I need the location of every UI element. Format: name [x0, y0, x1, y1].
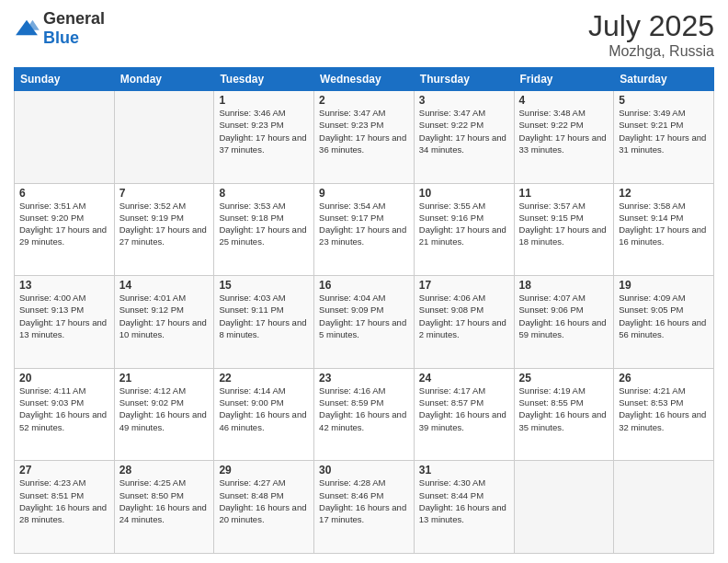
logo-general: General: [43, 9, 105, 28]
calendar: SundayMondayTuesdayWednesdayThursdayFrid…: [14, 67, 714, 554]
calendar-cell: 18Sunrise: 4:07 AM Sunset: 9:06 PM Dayli…: [514, 276, 614, 369]
day-number: 18: [519, 279, 609, 292]
day-number: 13: [19, 279, 109, 292]
calendar-cell: 10Sunrise: 3:55 AM Sunset: 9:16 PM Dayli…: [414, 183, 514, 276]
day-number: 30: [319, 464, 409, 477]
day-info: Sunrise: 4:00 AM Sunset: 9:13 PM Dayligh…: [19, 292, 109, 340]
calendar-cell: 21Sunrise: 4:12 AM Sunset: 9:02 PM Dayli…: [114, 368, 214, 461]
calendar-cell: 12Sunrise: 3:58 AM Sunset: 9:14 PM Dayli…: [614, 183, 714, 276]
calendar-cell: 16Sunrise: 4:04 AM Sunset: 9:09 PM Dayli…: [314, 276, 415, 369]
calendar-week-row: 20Sunrise: 4:11 AM Sunset: 9:03 PM Dayli…: [15, 368, 714, 461]
logo-icon: [14, 18, 40, 39]
month-year: July 2025: [588, 9, 714, 43]
day-info: Sunrise: 3:48 AM Sunset: 9:22 PM Dayligh…: [519, 107, 609, 155]
day-number: 24: [419, 372, 509, 385]
day-number: 31: [419, 464, 509, 477]
calendar-cell: 4Sunrise: 3:48 AM Sunset: 9:22 PM Daylig…: [514, 91, 614, 184]
day-info: Sunrise: 3:58 AM Sunset: 9:14 PM Dayligh…: [619, 200, 709, 248]
calendar-cell: [514, 461, 614, 554]
day-of-week-header: Thursday: [414, 68, 514, 91]
calendar-week-row: 13Sunrise: 4:00 AM Sunset: 9:13 PM Dayli…: [15, 276, 714, 369]
day-number: 16: [319, 279, 409, 292]
day-info: Sunrise: 4:11 AM Sunset: 9:03 PM Dayligh…: [19, 385, 109, 433]
calendar-cell: 11Sunrise: 3:57 AM Sunset: 9:15 PM Dayli…: [514, 183, 614, 276]
calendar-cell: 27Sunrise: 4:23 AM Sunset: 8:51 PM Dayli…: [15, 461, 115, 554]
day-number: 21: [119, 372, 210, 385]
day-info: Sunrise: 4:01 AM Sunset: 9:12 PM Dayligh…: [119, 292, 210, 340]
day-number: 20: [19, 372, 109, 385]
calendar-cell: 8Sunrise: 3:53 AM Sunset: 9:18 PM Daylig…: [214, 183, 314, 276]
day-of-week-header: Tuesday: [214, 68, 314, 91]
calendar-body: 1Sunrise: 3:46 AM Sunset: 9:23 PM Daylig…: [15, 91, 714, 554]
day-number: 8: [219, 187, 309, 200]
calendar-cell: 25Sunrise: 4:19 AM Sunset: 8:55 PM Dayli…: [514, 368, 614, 461]
calendar-cell: 23Sunrise: 4:16 AM Sunset: 8:59 PM Dayli…: [314, 368, 415, 461]
calendar-cell: 1Sunrise: 3:46 AM Sunset: 9:23 PM Daylig…: [214, 91, 314, 184]
day-of-week-header: Saturday: [614, 68, 714, 91]
day-number: 28: [119, 464, 210, 477]
calendar-cell: 13Sunrise: 4:00 AM Sunset: 9:13 PM Dayli…: [15, 276, 115, 369]
day-number: 4: [519, 94, 609, 107]
calendar-cell: 6Sunrise: 3:51 AM Sunset: 9:20 PM Daylig…: [15, 183, 115, 276]
calendar-cell: 28Sunrise: 4:25 AM Sunset: 8:50 PM Dayli…: [114, 461, 214, 554]
day-info: Sunrise: 3:49 AM Sunset: 9:21 PM Dayligh…: [619, 107, 709, 155]
calendar-cell: 17Sunrise: 4:06 AM Sunset: 9:08 PM Dayli…: [414, 276, 514, 369]
day-info: Sunrise: 3:47 AM Sunset: 9:22 PM Dayligh…: [419, 107, 509, 155]
calendar-cell: 14Sunrise: 4:01 AM Sunset: 9:12 PM Dayli…: [114, 276, 214, 369]
day-of-week-header: Sunday: [15, 68, 115, 91]
calendar-cell: 30Sunrise: 4:28 AM Sunset: 8:46 PM Dayli…: [314, 461, 415, 554]
day-number: 27: [19, 464, 109, 477]
day-number: 22: [219, 372, 309, 385]
calendar-cell: [114, 91, 214, 184]
day-number: 29: [219, 464, 309, 477]
calendar-cell: 31Sunrise: 4:30 AM Sunset: 8:44 PM Dayli…: [414, 461, 514, 554]
calendar-header: SundayMondayTuesdayWednesdayThursdayFrid…: [15, 68, 714, 91]
day-info: Sunrise: 3:53 AM Sunset: 9:18 PM Dayligh…: [219, 200, 309, 248]
calendar-week-row: 1Sunrise: 3:46 AM Sunset: 9:23 PM Daylig…: [15, 91, 714, 184]
calendar-cell: 9Sunrise: 3:54 AM Sunset: 9:17 PM Daylig…: [314, 183, 415, 276]
day-number: 5: [619, 94, 709, 107]
day-info: Sunrise: 3:52 AM Sunset: 9:19 PM Dayligh…: [119, 200, 210, 248]
day-info: Sunrise: 4:21 AM Sunset: 8:53 PM Dayligh…: [619, 385, 709, 433]
day-info: Sunrise: 4:30 AM Sunset: 8:44 PM Dayligh…: [419, 477, 509, 525]
day-number: 6: [19, 187, 109, 200]
calendar-cell: [15, 91, 115, 184]
day-info: Sunrise: 3:51 AM Sunset: 9:20 PM Dayligh…: [19, 200, 109, 248]
title-block: July 2025 Mozhga, Russia: [588, 9, 714, 60]
day-number: 7: [119, 187, 210, 200]
logo: General Blue: [14, 9, 105, 48]
day-number: 15: [219, 279, 309, 292]
day-info: Sunrise: 4:28 AM Sunset: 8:46 PM Dayligh…: [319, 477, 409, 525]
day-info: Sunrise: 4:23 AM Sunset: 8:51 PM Dayligh…: [19, 477, 109, 525]
day-info: Sunrise: 3:46 AM Sunset: 9:23 PM Dayligh…: [219, 107, 309, 155]
calendar-cell: [614, 461, 714, 554]
day-info: Sunrise: 4:14 AM Sunset: 9:00 PM Dayligh…: [219, 385, 309, 433]
calendar-cell: 19Sunrise: 4:09 AM Sunset: 9:05 PM Dayli…: [614, 276, 714, 369]
day-info: Sunrise: 3:57 AM Sunset: 9:15 PM Dayligh…: [519, 200, 609, 248]
day-info: Sunrise: 4:03 AM Sunset: 9:11 PM Dayligh…: [219, 292, 309, 340]
day-number: 19: [619, 279, 709, 292]
day-number: 1: [219, 94, 309, 107]
day-of-week-header: Monday: [114, 68, 214, 91]
day-number: 9: [319, 187, 409, 200]
calendar-cell: 15Sunrise: 4:03 AM Sunset: 9:11 PM Dayli…: [214, 276, 314, 369]
calendar-cell: 3Sunrise: 3:47 AM Sunset: 9:22 PM Daylig…: [414, 91, 514, 184]
day-info: Sunrise: 3:55 AM Sunset: 9:16 PM Dayligh…: [419, 200, 509, 248]
day-info: Sunrise: 4:19 AM Sunset: 8:55 PM Dayligh…: [519, 385, 609, 433]
day-number: 26: [619, 372, 709, 385]
day-number: 23: [319, 372, 409, 385]
day-number: 14: [119, 279, 210, 292]
day-info: Sunrise: 4:27 AM Sunset: 8:48 PM Dayligh…: [219, 477, 309, 525]
day-number: 2: [319, 94, 409, 107]
day-of-week-header: Wednesday: [314, 68, 415, 91]
day-info: Sunrise: 4:12 AM Sunset: 9:02 PM Dayligh…: [119, 385, 210, 433]
day-number: 12: [619, 187, 709, 200]
calendar-cell: 29Sunrise: 4:27 AM Sunset: 8:48 PM Dayli…: [214, 461, 314, 554]
day-number: 25: [519, 372, 609, 385]
day-number: 10: [419, 187, 509, 200]
calendar-cell: 22Sunrise: 4:14 AM Sunset: 9:00 PM Dayli…: [214, 368, 314, 461]
calendar-cell: 5Sunrise: 3:49 AM Sunset: 9:21 PM Daylig…: [614, 91, 714, 184]
day-info: Sunrise: 4:07 AM Sunset: 9:06 PM Dayligh…: [519, 292, 609, 340]
page: General Blue July 2025 Mozhga, Russia Su…: [0, 0, 728, 563]
day-info: Sunrise: 4:06 AM Sunset: 9:08 PM Dayligh…: [419, 292, 509, 340]
